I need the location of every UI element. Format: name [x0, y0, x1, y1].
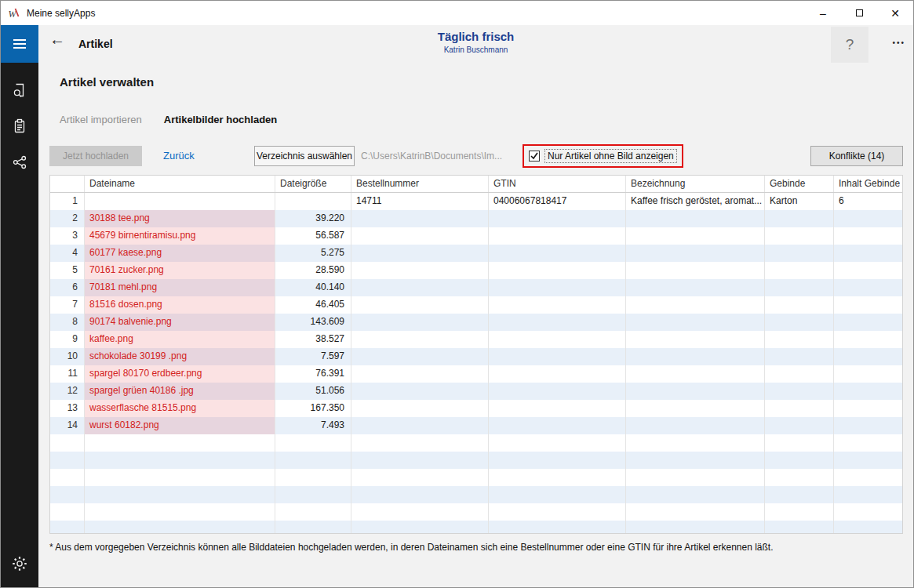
cell-dateigroesse: 40.140 — [275, 279, 351, 296]
clipboard-icon — [12, 118, 27, 134]
cell-dateigroesse: 7.597 — [275, 348, 351, 365]
cell-dateiname: 70181 mehl.png — [85, 279, 275, 296]
article-table: DateinameDateigrößeBestellnummerGTINBeze… — [49, 175, 903, 534]
row-number: 11 — [50, 365, 85, 383]
table-row[interactable]: 13wasserflasche 81515.png167.350 — [50, 400, 902, 417]
filter-checkbox-label[interactable]: Nur Artikel ohne Bild anzeigen — [544, 149, 677, 163]
column-header[interactable]: GTIN — [489, 176, 626, 192]
cell-inhalt-gebinde — [834, 262, 902, 279]
tab-artikelbilder-hochladen[interactable]: Artikelbilder hochladen — [164, 114, 277, 125]
table-row[interactable]: 890174 balvenie.png143.609 — [50, 314, 902, 331]
table-row[interactable]: 781516 dosen.png46.405 — [50, 296, 902, 314]
empty-cell — [626, 452, 765, 469]
empty-cell — [50, 503, 85, 521]
table-row[interactable]: 460177 kaese.png5.275 — [50, 245, 902, 262]
cell-dateigroesse: 38.527 — [275, 331, 351, 348]
table-row[interactable]: 345679 birnentiramisu.png56.587 — [50, 227, 902, 245]
cell-gtin — [489, 348, 626, 365]
cell-dateigroesse — [275, 193, 351, 210]
upload-now-button[interactable]: Jetzt hochladen — [49, 146, 142, 166]
table-row[interactable]: 10schokolade 30199 .png7.597 — [50, 348, 902, 365]
table-row[interactable]: 11spargel 80170 erdbeer.png76.391 — [50, 365, 902, 383]
menu-button[interactable] — [1, 25, 38, 63]
table-row[interactable]: 230188 tee.png39.220 — [50, 210, 902, 227]
cell-inhalt-gebinde — [834, 417, 902, 434]
column-header[interactable]: Dateigröße — [275, 176, 351, 192]
app-header: ← Artikel Täglich frisch Katrin Buschman… — [38, 25, 913, 64]
table-row[interactable]: 9kaffee.png38.527 — [50, 331, 902, 348]
column-header[interactable]: Inhalt Gebinde — [834, 176, 902, 192]
sidebar-item-articles[interactable] — [1, 108, 38, 144]
empty-row — [50, 452, 902, 469]
empty-row — [50, 486, 902, 503]
cell-dateiname: 81516 dosen.png — [85, 296, 275, 314]
empty-cell — [275, 434, 351, 452]
empty-row — [50, 521, 902, 534]
cell-bezeichnung — [626, 279, 765, 296]
cell-bezeichnung — [626, 227, 765, 245]
row-number: 3 — [50, 227, 85, 245]
cell-bestellnummer — [351, 279, 489, 296]
maximize-button[interactable] — [841, 1, 877, 25]
cell-bestellnummer — [351, 245, 489, 262]
table-row[interactable]: 12spargel grüen 40186 .jpg51.056 — [50, 383, 902, 400]
cell-bestellnummer — [351, 227, 489, 245]
footer-note: * Aus dem vorgegeben Verzeichnis können … — [49, 542, 774, 553]
sidebar-item-share[interactable] — [1, 144, 38, 180]
cell-bezeichnung — [626, 348, 765, 365]
cell-gebinde — [765, 365, 834, 383]
empty-cell — [50, 452, 85, 469]
table-row[interactable]: 670181 mehl.png40.140 — [50, 279, 902, 296]
cell-inhalt-gebinde — [834, 245, 902, 262]
column-header[interactable]: Dateiname — [85, 176, 275, 192]
cell-bestellnummer — [351, 417, 489, 434]
column-header[interactable] — [50, 176, 85, 192]
cell-gebinde — [765, 210, 834, 227]
row-number: 9 — [50, 331, 85, 348]
back-link[interactable]: Zurück — [163, 146, 195, 166]
choose-directory-button[interactable]: Verzeichnis auswählen — [254, 146, 355, 166]
table-header: DateinameDateigrößeBestellnummerGTINBeze… — [50, 176, 902, 193]
tab-artikel-importieren[interactable]: Artikel importieren — [60, 114, 142, 125]
help-button[interactable]: ? — [831, 27, 868, 63]
cell-bestellnummer — [351, 296, 489, 314]
column-header[interactable]: Bezeichnung — [626, 176, 765, 192]
directory-path: C:\Users\KatrinB\Documents\Im... — [361, 146, 516, 166]
conflicts-button[interactable]: Konflikte (14) — [810, 146, 903, 166]
maximize-icon — [856, 9, 863, 16]
filter-highlight-box: Nur Artikel ohne Bild anzeigen — [523, 144, 683, 168]
cell-inhalt-gebinde — [834, 227, 902, 245]
cell-dateiname: spargel 80170 erdbeer.png — [85, 365, 275, 383]
close-button[interactable]: ✕ — [877, 1, 913, 25]
cell-dateigroesse: 5.275 — [275, 245, 351, 262]
row-number: 5 — [50, 262, 85, 279]
more-button[interactable]: ••• — [892, 38, 905, 47]
section-title: Artikel verwalten — [60, 75, 154, 89]
cell-dateigroesse: 46.405 — [275, 296, 351, 314]
filter-checkbox[interactable] — [529, 151, 540, 162]
cell-bezeichnung — [626, 365, 765, 383]
cell-inhalt-gebinde — [834, 314, 902, 331]
cell-gebinde — [765, 296, 834, 314]
empty-cell — [626, 521, 765, 534]
table-row[interactable]: 570161 zucker.png28.590 — [50, 262, 902, 279]
cell-bezeichnung — [626, 417, 765, 434]
cell-dateiname: schokolade 30199 .png — [85, 348, 275, 365]
empty-cell — [85, 503, 275, 521]
column-header[interactable]: Bestellnummer — [351, 176, 489, 192]
minimize-button[interactable]: – — [805, 1, 841, 25]
empty-cell — [351, 521, 489, 534]
table-row[interactable]: 14wurst 60182.png7.493 — [50, 417, 902, 434]
table-row[interactable]: 11471104006067818417Kaffee frisch geröst… — [50, 193, 902, 210]
empty-cell — [834, 486, 902, 503]
cell-bestellnummer — [351, 400, 489, 417]
cell-dateiname: kaffee.png — [85, 331, 275, 348]
cell-bestellnummer: 14711 — [351, 193, 489, 210]
cell-bestellnummer — [351, 365, 489, 383]
cell-gebinde — [765, 400, 834, 417]
cell-dateiname: 30188 tee.png — [85, 210, 275, 227]
settings-button[interactable] — [1, 545, 38, 583]
column-header[interactable]: Gebinde — [765, 176, 834, 192]
sidebar-item-search-documents[interactable] — [1, 72, 38, 108]
window-title: Meine sellyApps — [27, 8, 95, 19]
